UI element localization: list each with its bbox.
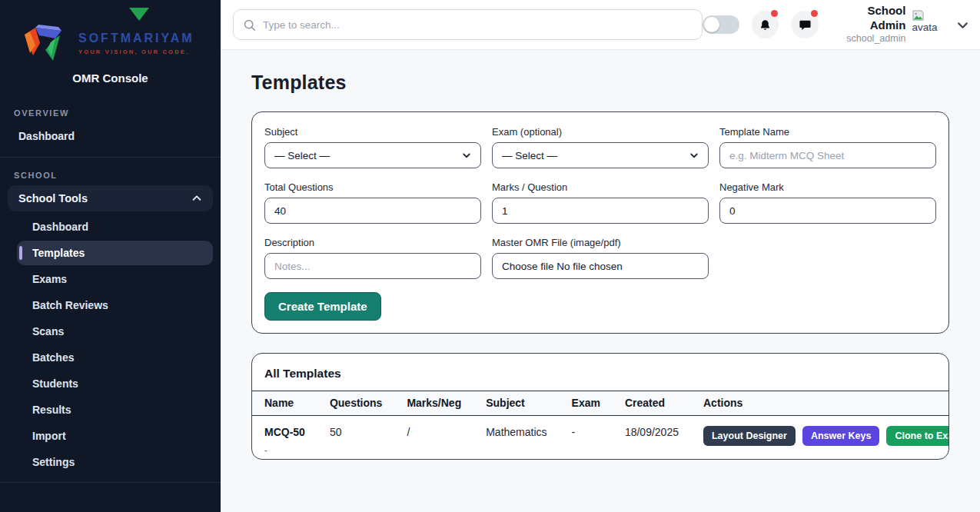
- sidebar-nav: OVERVIEW Dashboard SCHOOL School Tools D…: [0, 95, 221, 512]
- avatar-alt-text: avata: [912, 22, 937, 33]
- messages-button[interactable]: [791, 11, 819, 38]
- field-master-omr-file: Master OMR File (image/pdf) Choose file …: [492, 237, 709, 279]
- empty-grid-cell: [719, 237, 936, 279]
- table-row: MCQ-50 - 50 / Mathematics - 18/09/2025 L…: [252, 416, 949, 460]
- sidebar-item-school-dashboard[interactable]: Dashboard: [22, 214, 213, 239]
- table-title: All Templates: [252, 354, 948, 391]
- negative-mark-label: Negative Mark: [719, 181, 936, 193]
- user-role: school_admin: [829, 33, 905, 45]
- chevron-down-icon: [462, 151, 471, 160]
- sidebar-item-import[interactable]: Import: [22, 424, 213, 448]
- notifications-button[interactable]: [752, 11, 779, 38]
- cell-name-sub: -: [264, 445, 305, 456]
- bell-icon: [759, 18, 772, 32]
- cell-questions: 50: [317, 416, 394, 460]
- theme-toggle[interactable]: [703, 15, 739, 34]
- school-tools-submenu: Dashboard Templates Exams Batch Reviews …: [8, 214, 213, 474]
- field-template-name: Template Name: [719, 126, 936, 168]
- notification-badge: [771, 10, 778, 17]
- create-template-card: Subject — Select — Exam (optional) — Sel…: [251, 111, 949, 334]
- cell-created: 18/09/2025: [613, 416, 691, 460]
- sidebar-item-batch-reviews[interactable]: Batch Reviews: [22, 293, 213, 318]
- chevron-down-icon: [689, 151, 699, 160]
- master-omr-file-label: Master OMR File (image/pdf): [492, 237, 709, 248]
- field-subject: Subject — Select —: [264, 126, 481, 168]
- toggle-knob: [704, 17, 719, 32]
- cell-subject: Mathematics: [473, 416, 559, 460]
- col-header-marks-neg: Marks/Neg: [394, 391, 473, 416]
- answer-keys-button[interactable]: Answer Keys: [802, 426, 880, 446]
- col-header-subject: Subject: [473, 391, 559, 416]
- sidebar-item-results[interactable]: Results: [22, 397, 213, 422]
- sidebar-group-school-tools[interactable]: School Tools: [8, 185, 213, 211]
- chat-icon: [799, 18, 812, 32]
- cell-marks-neg: /: [394, 416, 473, 460]
- user-meta: School Admin school_admin: [829, 4, 905, 45]
- search-icon: [243, 18, 256, 32]
- console-label: OMR Console: [20, 71, 201, 85]
- layout-designer-button[interactable]: Layout Designer: [703, 426, 796, 446]
- app-root: SOFTMARIYAM YOUR VISION, OUR CODE. OMR C…: [0, 0, 980, 512]
- avatar[interactable]: avata: [912, 8, 947, 41]
- sidebar-item-exams[interactable]: Exams: [22, 267, 213, 291]
- user-name: School Admin: [829, 4, 905, 33]
- page-title: Templates: [251, 71, 949, 94]
- field-negative-mark: Negative Mark: [719, 181, 936, 224]
- sidebar-item-students[interactable]: Students: [22, 371, 213, 396]
- topbar: School Admin school_admin avata: [221, 0, 980, 50]
- brand-mark-icon: [20, 22, 71, 64]
- marks-per-question-input[interactable]: [492, 198, 709, 224]
- sidebar-divider-bottom: [0, 482, 221, 483]
- file-input-text: Choose file No file chosen: [502, 261, 623, 272]
- cell-actions: Layout Designer Answer Keys Clone to Exa…: [691, 416, 949, 460]
- field-description: Description: [264, 237, 481, 279]
- chevron-up-icon: [191, 193, 202, 204]
- field-exam: Exam (optional) — Select —: [492, 126, 709, 168]
- group-label: School Tools: [18, 192, 88, 204]
- sidebar-item-settings[interactable]: Settings: [22, 450, 213, 474]
- search-box: [233, 9, 703, 40]
- exam-select-value: — Select —: [502, 150, 557, 161]
- negative-mark-input[interactable]: [719, 198, 936, 224]
- template-name-input[interactable]: [719, 142, 936, 168]
- subject-select-value: — Select —: [274, 150, 330, 161]
- exam-label: Exam (optional): [492, 126, 709, 138]
- table-header-row: Name Questions Marks/Neg Subject Exam Cr…: [252, 391, 949, 416]
- marks-per-question-label: Marks / Question: [492, 181, 709, 193]
- sidebar: SOFTMARIYAM YOUR VISION, OUR CODE. OMR C…: [0, 0, 221, 512]
- sidebar-item-scans[interactable]: Scans: [22, 319, 213, 344]
- total-questions-input[interactable]: [264, 198, 481, 224]
- col-header-created: Created: [613, 391, 691, 416]
- col-header-name: Name: [252, 391, 317, 416]
- create-template-button[interactable]: Create Template: [264, 292, 381, 321]
- cell-name: MCQ-50 -: [252, 416, 317, 460]
- section-label-overview: OVERVIEW: [8, 95, 213, 123]
- brand-name: SOFTMARIYAM: [78, 32, 194, 45]
- cell-exam: -: [560, 416, 613, 460]
- exam-select[interactable]: — Select —: [492, 142, 709, 168]
- content-area: Templates Subject — Select — Exam (optio…: [221, 50, 980, 512]
- chevron-down-icon: [956, 18, 969, 32]
- col-header-exam: Exam: [560, 391, 613, 416]
- subject-select[interactable]: — Select —: [264, 142, 481, 168]
- section-label-school: SCHOOL: [8, 158, 213, 185]
- master-omr-file-input[interactable]: Choose file No file chosen: [492, 253, 709, 279]
- description-label: Description: [264, 237, 481, 248]
- sidebar-item-dashboard[interactable]: Dashboard: [8, 123, 213, 149]
- clone-to-exam-button[interactable]: Clone to Exam: [886, 426, 949, 446]
- col-header-questions: Questions: [317, 391, 394, 416]
- all-templates-card: All Templates Name Questions Marks/Neg S…: [251, 353, 949, 460]
- templates-table: Name Questions Marks/Neg Subject Exam Cr…: [252, 391, 949, 459]
- brand-tagline: YOUR VISION, OUR CODE.: [78, 48, 194, 55]
- sidebar-item-batches[interactable]: Batches: [22, 345, 213, 370]
- main-column: School Admin school_admin avata Template…: [221, 0, 980, 512]
- field-total-questions: Total Questions: [264, 181, 481, 224]
- col-header-actions: Actions: [691, 391, 949, 416]
- brand-logo[interactable]: SOFTMARIYAM YOUR VISION, OUR CODE. OMR C…: [0, 0, 221, 95]
- sidebar-item-templates[interactable]: Templates: [17, 241, 213, 265]
- search-input[interactable]: [263, 19, 693, 31]
- subject-label: Subject: [264, 126, 481, 138]
- user-menu-chevron[interactable]: [956, 18, 969, 32]
- description-input[interactable]: [264, 253, 481, 279]
- broken-image-icon: [912, 10, 925, 22]
